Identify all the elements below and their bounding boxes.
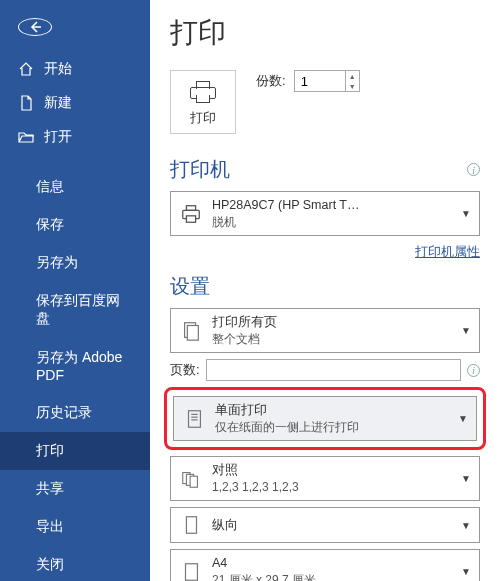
back-arrow-icon xyxy=(27,19,43,35)
highlighted-option: 单面打印 仅在纸面的一侧上进行打印 ▼ xyxy=(164,387,486,450)
sidebar-sub-save-baidu[interactable]: 保存到百度网盘 xyxy=(0,282,150,338)
spin-down-icon[interactable]: ▼ xyxy=(346,81,359,91)
main-panel: 打印 打印 份数: ▲▼ 打印机 i HP28A9C7 (HP Smart T…… xyxy=(150,0,500,581)
svg-rect-1 xyxy=(186,205,195,210)
svg-rect-4 xyxy=(187,325,198,340)
sidebar-item-new[interactable]: 新建 xyxy=(0,86,150,120)
sidebar-sub-saveas[interactable]: 另存为 xyxy=(0,244,150,282)
sidebar-item-open[interactable]: 打开 xyxy=(0,120,150,154)
svg-rect-12 xyxy=(186,517,196,534)
printer-properties-link[interactable]: 打印机属性 xyxy=(415,245,480,259)
sidebar-sub-export[interactable]: 导出 xyxy=(0,508,150,546)
info-icon[interactable]: i xyxy=(467,364,480,377)
duplex-dropdown[interactable]: 单面打印 仅在纸面的一侧上进行打印 ▼ xyxy=(173,396,477,441)
back-button[interactable] xyxy=(18,18,52,36)
sidebar-sub-history[interactable]: 历史记录 xyxy=(0,394,150,432)
printer-device-icon xyxy=(179,202,203,226)
printer-name: HP28A9C7 (HP Smart T… xyxy=(212,197,452,214)
single-side-icon xyxy=(182,407,206,431)
new-file-icon xyxy=(18,95,34,111)
sidebar-sub-close[interactable]: 关闭 xyxy=(0,546,150,581)
svg-rect-11 xyxy=(190,476,197,487)
all-pages-icon xyxy=(179,319,203,343)
chevron-down-icon: ▼ xyxy=(461,520,471,531)
copies-input[interactable] xyxy=(295,71,345,91)
copies-label: 份数: xyxy=(256,72,286,90)
orientation-dropdown[interactable]: 纵向 ▼ xyxy=(170,507,480,543)
sidebar-sub-saveas-pdf[interactable]: 另存为 Adobe PDF xyxy=(0,338,150,394)
info-icon[interactable]: i xyxy=(467,163,480,176)
chevron-down-icon: ▼ xyxy=(461,473,471,484)
open-folder-icon xyxy=(18,129,34,145)
spin-up-icon[interactable]: ▲ xyxy=(346,71,359,81)
printer-icon xyxy=(187,79,219,105)
svg-rect-5 xyxy=(189,410,201,427)
chevron-down-icon: ▼ xyxy=(461,566,471,577)
sidebar-sub-info[interactable]: 信息 xyxy=(0,168,150,206)
settings-section-title: 设置 xyxy=(170,273,480,300)
home-icon xyxy=(18,61,34,77)
sidebar-item-home[interactable]: 开始 xyxy=(0,52,150,86)
backstage-sidebar: 开始 新建 打开 信息 保存 另存为 保存到百度网盘 另存为 Adobe PDF… xyxy=(0,0,150,581)
chevron-down-icon: ▼ xyxy=(461,325,471,336)
print-button[interactable]: 打印 xyxy=(170,70,236,134)
pages-label: 页数: xyxy=(170,361,200,379)
sidebar-label: 新建 xyxy=(44,94,72,112)
print-button-label: 打印 xyxy=(187,109,219,127)
sidebar-label: 打开 xyxy=(44,128,72,146)
copies-control: 份数: ▲▼ xyxy=(256,70,360,92)
paper-size-dropdown[interactable]: A4 21 厘米 x 29.7 厘米 ▼ xyxy=(170,549,480,581)
copies-spinner[interactable]: ▲▼ xyxy=(345,71,359,91)
page-title: 打印 xyxy=(170,14,480,52)
collate-dropdown[interactable]: 对照 1,2,3 1,2,3 1,2,3 ▼ xyxy=(170,456,480,501)
svg-rect-13 xyxy=(186,564,198,581)
pages-input[interactable] xyxy=(206,359,461,381)
sidebar-sub-share[interactable]: 共享 xyxy=(0,470,150,508)
sidebar-sub-print[interactable]: 打印 xyxy=(0,432,150,470)
chevron-down-icon: ▼ xyxy=(461,208,471,219)
sidebar-sub-save[interactable]: 保存 xyxy=(0,206,150,244)
printer-section-title: 打印机 i xyxy=(170,156,480,183)
printer-dropdown[interactable]: HP28A9C7 (HP Smart T… 脱机 ▼ xyxy=(170,191,480,236)
paper-icon xyxy=(179,560,203,581)
portrait-icon xyxy=(179,513,203,537)
collate-icon xyxy=(179,467,203,491)
sidebar-label: 开始 xyxy=(44,60,72,78)
chevron-down-icon: ▼ xyxy=(458,413,468,424)
print-range-dropdown[interactable]: 打印所有页 整个文档 ▼ xyxy=(170,308,480,353)
printer-status: 脱机 xyxy=(212,214,452,230)
svg-rect-2 xyxy=(186,215,195,221)
